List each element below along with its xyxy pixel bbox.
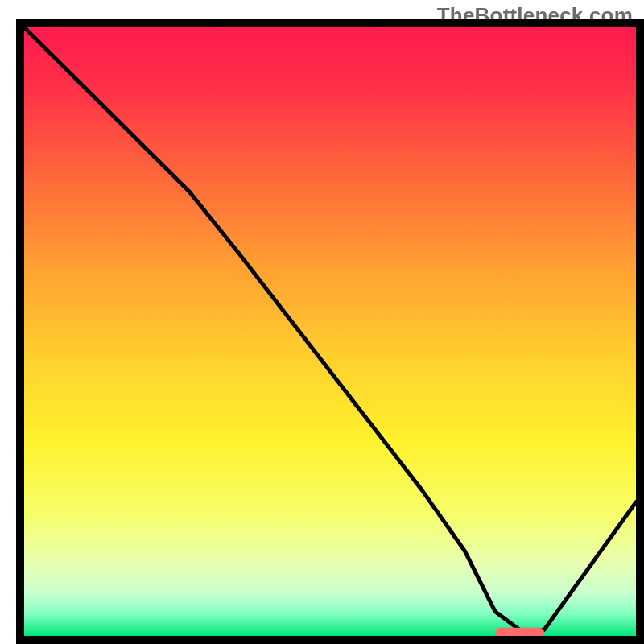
bottleneck-chart <box>0 0 644 644</box>
chart-container: TheBottleneck.com <box>0 0 644 644</box>
